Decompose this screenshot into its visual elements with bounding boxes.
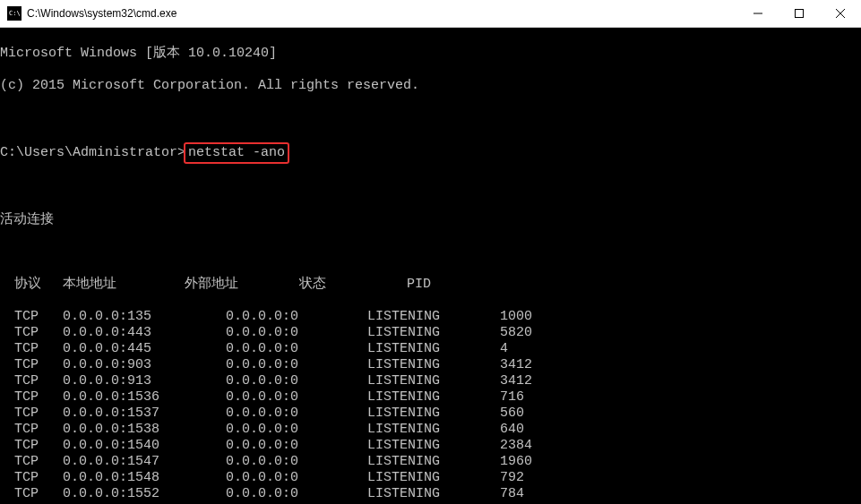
cell-foreign: 0.0.0.0:0 [226, 389, 367, 406]
cell-proto: TCP [14, 454, 63, 470]
cell-local: 0.0.0.0:1536 [63, 389, 226, 406]
cell-proto: TCP [14, 325, 63, 341]
cell-foreign: 0.0.0.0:0 [226, 341, 367, 357]
cell-proto: TCP [14, 470, 63, 486]
table-row: TCP0.0.0.0:15470.0.0.0:0LISTENING1960 [0, 454, 861, 470]
svg-rect-3 [796, 10, 804, 18]
cell-proto: TCP [14, 438, 63, 454]
cell-local: 0.0.0.0:1538 [63, 422, 226, 438]
window-controls [737, 0, 861, 27]
cell-state: LISTENING [367, 389, 500, 406]
cell-proto: TCP [14, 309, 63, 325]
cell-foreign: 0.0.0.0:0 [226, 454, 367, 470]
cell-proto: TCP [14, 486, 63, 502]
cell-local: 0.0.0.0:913 [63, 373, 226, 389]
cell-state: LISTENING [367, 454, 500, 470]
cell-proto: TCP [14, 373, 63, 389]
cell-local: 0.0.0.0:443 [63, 325, 226, 341]
cell-foreign: 0.0.0.0:0 [226, 422, 367, 438]
cell-foreign: 0.0.0.0:0 [226, 486, 367, 502]
cell-pid: 792 [500, 470, 572, 486]
cell-local: 0.0.0.0:445 [63, 341, 226, 357]
cell-foreign: 0.0.0.0:0 [226, 438, 367, 454]
cell-state: LISTENING [367, 325, 500, 341]
cell-pid: 1960 [500, 454, 572, 470]
command-prompt-line: C:\Users\Administrator>netstat -ano [0, 142, 861, 164]
command-text: netstat -ano [188, 145, 285, 160]
window-title: C:\Windows\system32\cmd.exe [27, 7, 737, 20]
cell-state: LISTENING [367, 341, 500, 357]
table-row: TCP0.0.0.0:15480.0.0.0:0LISTENING792 [0, 470, 861, 486]
cell-local: 0.0.0.0:1537 [63, 406, 226, 422]
header-foreign: 外部地址 [185, 277, 299, 293]
table-row: TCP0.0.0.0:15370.0.0.0:0LISTENING560 [0, 406, 861, 422]
table-row: TCP0.0.0.0:9030.0.0.0:0LISTENING3412 [0, 357, 861, 373]
table-header: 协议本地地址外部地址状态PID [0, 277, 861, 293]
cell-local: 0.0.0.0:1547 [63, 454, 226, 470]
cell-proto: TCP [14, 389, 63, 406]
cell-state: LISTENING [367, 309, 500, 325]
header-state: 状态 [299, 277, 407, 293]
cell-proto: TCP [14, 341, 63, 357]
section-title: 活动连接 [0, 212, 861, 228]
table-row: TCP0.0.0.0:4450.0.0.0:0LISTENING4 [0, 341, 861, 357]
table-row: TCP0.0.0.0:15380.0.0.0:0LISTENING640 [0, 422, 861, 438]
cell-local: 0.0.0.0:1552 [63, 486, 226, 502]
minimize-button[interactable] [737, 0, 779, 27]
cell-foreign: 0.0.0.0:0 [226, 470, 367, 486]
cell-state: LISTENING [367, 438, 500, 454]
cell-proto: TCP [14, 357, 63, 373]
close-button[interactable] [820, 0, 861, 27]
cell-foreign: 0.0.0.0:0 [226, 325, 367, 341]
copyright-line: (c) 2015 Microsoft Corporation. All righ… [0, 78, 861, 94]
cell-local: 0.0.0.0:1548 [63, 470, 226, 486]
cell-pid: 716 [500, 389, 572, 406]
cell-pid: 1000 [500, 309, 572, 325]
cell-pid: 3412 [500, 357, 572, 373]
window-titlebar: C:\ C:\Windows\system32\cmd.exe [0, 0, 861, 28]
terminal-output[interactable]: Microsoft Windows [版本 10.0.10240] (c) 20… [0, 28, 861, 504]
cell-foreign: 0.0.0.0:0 [226, 309, 367, 325]
cell-pid: 2384 [500, 438, 572, 454]
header-local: 本地地址 [63, 277, 185, 293]
cell-pid: 3412 [500, 373, 572, 389]
cell-pid: 5820 [500, 325, 572, 341]
cell-state: LISTENING [367, 486, 500, 502]
cmd-icon: C:\ [7, 6, 22, 21]
cell-local: 0.0.0.0:135 [63, 309, 226, 325]
cell-foreign: 0.0.0.0:0 [226, 373, 367, 389]
cell-local: 0.0.0.0:1540 [63, 438, 226, 454]
cell-local: 0.0.0.0:903 [63, 357, 226, 373]
cell-state: LISTENING [367, 470, 500, 486]
cell-state: LISTENING [367, 373, 500, 389]
prompt-path: C:\Users\Administrator> [0, 145, 185, 160]
version-line: Microsoft Windows [版本 10.0.10240] [0, 46, 861, 62]
cell-pid: 640 [500, 422, 572, 438]
cell-proto: TCP [14, 406, 63, 422]
cell-foreign: 0.0.0.0:0 [226, 406, 367, 422]
cell-state: LISTENING [367, 406, 500, 422]
header-pid: PID [407, 277, 478, 293]
table-row: TCP0.0.0.0:4430.0.0.0:0LISTENING5820 [0, 325, 861, 341]
cell-state: LISTENING [367, 357, 500, 373]
command-highlight: netstat -ano [184, 142, 289, 164]
cell-pid: 560 [500, 406, 572, 422]
table-row: TCP0.0.0.0:1350.0.0.0:0LISTENING1000 [0, 309, 861, 325]
svg-text:C:\: C:\ [9, 10, 21, 17]
table-row: TCP0.0.0.0:9130.0.0.0:0LISTENING3412 [0, 373, 861, 389]
table-row: TCP0.0.0.0:15400.0.0.0:0LISTENING2384 [0, 438, 861, 454]
cell-foreign: 0.0.0.0:0 [226, 357, 367, 373]
cell-state: LISTENING [367, 422, 500, 438]
cell-proto: TCP [14, 422, 63, 438]
cell-pid: 4 [500, 341, 572, 357]
maximize-button[interactable] [779, 0, 820, 27]
header-proto: 协议 [14, 277, 63, 293]
cell-pid: 784 [500, 486, 572, 502]
table-row: TCP0.0.0.0:15360.0.0.0:0LISTENING716 [0, 389, 861, 406]
table-row: TCP0.0.0.0:15520.0.0.0:0LISTENING784 [0, 486, 861, 502]
